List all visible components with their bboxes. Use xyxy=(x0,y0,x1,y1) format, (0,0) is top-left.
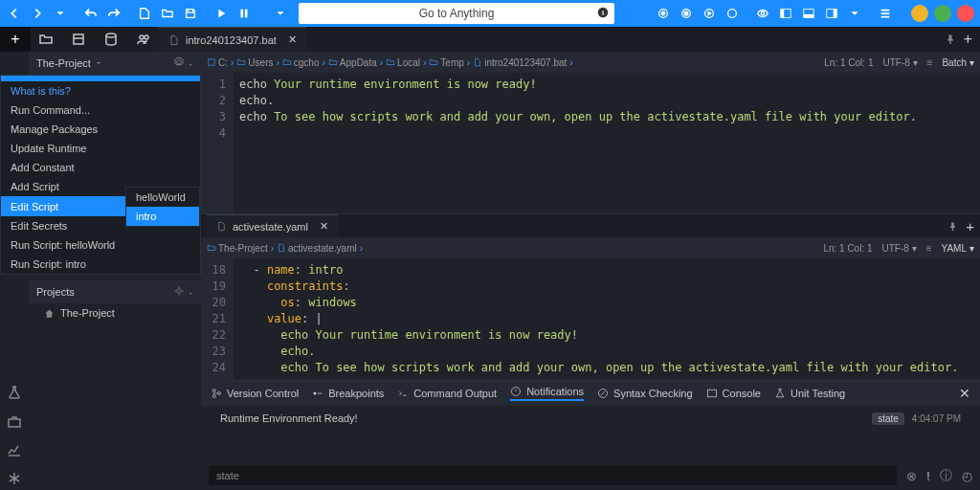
window-close-button[interactable] xyxy=(957,5,974,22)
database-icon[interactable] xyxy=(103,32,119,47)
new-tab-button[interactable]: + xyxy=(0,27,31,52)
menu-button[interactable] xyxy=(875,3,896,24)
close-icon[interactable]: ✕ xyxy=(288,33,297,46)
snowflake-icon[interactable] xyxy=(7,471,22,486)
tab-breakpoints[interactable]: Breakpoints xyxy=(312,388,384,399)
gear-icon[interactable] xyxy=(173,56,193,70)
crumb-file[interactable]: activestate.yaml xyxy=(277,243,357,254)
menu-item-manage-packages[interactable]: Manage Packages xyxy=(1,120,200,139)
encoding-dropdown[interactable]: UTF-8 ▾ xyxy=(882,243,917,254)
editor2-tabbar: activestate.yaml ✕ + xyxy=(201,214,980,237)
stop-macro-button[interactable] xyxy=(676,3,697,24)
notification-time: 4:04:07 PM xyxy=(912,413,961,424)
layout-dropdown[interactable] xyxy=(844,3,865,24)
gear-icon[interactable] xyxy=(173,285,193,299)
menu-item-run-command[interactable]: Run Command... xyxy=(1,100,200,120)
close-panel-button[interactable]: ✕ xyxy=(959,386,970,401)
project-item-the-project[interactable]: The-Project xyxy=(29,303,201,323)
svg-text:i: i xyxy=(602,9,604,17)
places-icon[interactable] xyxy=(38,32,54,47)
editor-pane-bat: C:› Users› cgcho› AppData› Local› Temp› … xyxy=(201,52,980,214)
crumb-file[interactable]: intro240123407.bat xyxy=(473,57,567,68)
project-icon[interactable] xyxy=(71,32,86,47)
new-file-button[interactable] xyxy=(134,3,155,24)
tab-version-control[interactable]: Version Control xyxy=(211,388,299,399)
tab-unit-testing[interactable]: Unit Testing xyxy=(774,388,845,399)
file-tab-intro-bat[interactable]: intro240123407.bat ✕ xyxy=(159,27,306,52)
close-icon[interactable]: ✕ xyxy=(320,220,328,233)
menu-item-add-constant[interactable]: Add Constant xyxy=(1,158,200,177)
redo-button[interactable] xyxy=(103,3,124,24)
pin-icon[interactable] xyxy=(945,33,956,45)
svg-rect-1 xyxy=(245,10,248,18)
pin-icon[interactable] xyxy=(947,221,958,232)
svg-point-18 xyxy=(106,33,116,37)
play-macro-button[interactable] xyxy=(699,3,720,24)
file-tab-activestate-yaml[interactable]: activestate.yaml ✕ xyxy=(207,214,338,237)
sync-status-icon[interactable]: ◴ xyxy=(962,469,972,483)
menu-item-update-runtime[interactable]: Update Runtime xyxy=(1,139,200,158)
chart-icon[interactable] xyxy=(7,442,22,457)
flask-icon[interactable] xyxy=(7,385,22,400)
crumb-project[interactable]: The-Project xyxy=(207,243,268,254)
menu-item-what-is-this[interactable]: What is this? xyxy=(1,81,200,100)
add-pane-button[interactable]: + xyxy=(964,31,972,48)
save-macro-button[interactable] xyxy=(722,3,743,24)
toolbox-icon[interactable] xyxy=(7,413,22,429)
info-status-icon[interactable]: ⓘ xyxy=(940,467,952,484)
code-editor-yaml[interactable]: 18192021222324 - name: intro constraints… xyxy=(201,258,980,380)
svg-point-10 xyxy=(761,11,765,15)
bottom-panel-tabs: Version Control Breakpoints Command Outp… xyxy=(201,381,980,406)
command-bar: ⊗ ! ⓘ ◴ xyxy=(201,461,980,490)
line-gutter: 1234 xyxy=(201,73,234,213)
chevron-down-icon[interactable] xyxy=(95,59,102,67)
team-icon[interactable] xyxy=(136,32,151,47)
tab-console[interactable]: Console xyxy=(706,388,761,399)
layout-right-button[interactable] xyxy=(821,3,842,24)
error-status-icon[interactable]: ⊗ xyxy=(906,469,917,483)
command-input[interactable] xyxy=(209,466,897,485)
tab-notifications[interactable]: Notifications xyxy=(510,386,584,401)
warning-status-icon[interactable]: ! xyxy=(926,469,930,483)
pause-button[interactable] xyxy=(234,3,255,24)
language-dropdown[interactable]: Batch ▾ xyxy=(942,57,974,68)
submenu-item-intro[interactable]: intro xyxy=(126,207,199,226)
undo-button[interactable] xyxy=(80,3,101,24)
add-pane-button[interactable]: + xyxy=(966,218,974,234)
code-editor-bat[interactable]: 1234 echo Your runtime environment is no… xyxy=(201,73,980,213)
project-header: The-Project xyxy=(29,52,201,75)
projects-label: Projects xyxy=(36,286,75,298)
view-toggle-button[interactable] xyxy=(752,3,773,24)
run-button[interactable] xyxy=(211,3,232,24)
tab-command-output[interactable]: Command Output xyxy=(397,388,497,399)
crumb-c[interactable]: C: xyxy=(207,57,228,68)
nav-forward-button[interactable] xyxy=(27,3,48,24)
layout-bottom-button[interactable] xyxy=(798,3,819,24)
save-button[interactable] xyxy=(180,3,201,24)
crumb-local[interactable]: Local xyxy=(386,57,420,68)
layout-left-button[interactable] xyxy=(775,3,796,24)
tab-label: intro240123407.bat xyxy=(186,34,277,46)
window-maximize-button[interactable] xyxy=(934,5,951,22)
nav-back-button[interactable] xyxy=(4,3,25,24)
run-dropdown[interactable] xyxy=(270,3,291,24)
submenu-item-hello[interactable]: helloWorld xyxy=(126,188,199,207)
window-minimize-button[interactable] xyxy=(911,5,928,22)
open-file-button[interactable] xyxy=(157,3,178,24)
language-dropdown[interactable]: YAML ▾ xyxy=(942,243,975,254)
editor-pane-yaml: The-Project› activestate.yaml› Ln: 1 Col… xyxy=(201,237,980,381)
recent-dropdown[interactable] xyxy=(50,3,71,24)
encoding-dropdown[interactable]: UTF-8 ▾ xyxy=(882,57,917,68)
editor-area: C:› Users› cgcho› AppData› Local› Temp› … xyxy=(201,52,980,490)
tab-syntax-checking[interactable]: Syntax Checking xyxy=(597,388,693,399)
goto-anything-input[interactable]: Go to Anything i xyxy=(299,3,614,24)
crumb-temp[interactable]: Temp xyxy=(429,57,463,68)
info-icon: i xyxy=(597,7,609,21)
record-macro-button[interactable] xyxy=(653,3,674,24)
crumb-users[interactable]: Users xyxy=(236,57,273,68)
crumb-appdata[interactable]: AppData xyxy=(328,57,377,68)
menu-item-run-intro[interactable]: Run Script: intro xyxy=(1,255,200,274)
menu-item-run-hello[interactable]: Run Script: helloWorld xyxy=(1,235,200,255)
home-icon xyxy=(44,308,55,319)
crumb-cgcho[interactable]: cgcho xyxy=(282,57,320,68)
